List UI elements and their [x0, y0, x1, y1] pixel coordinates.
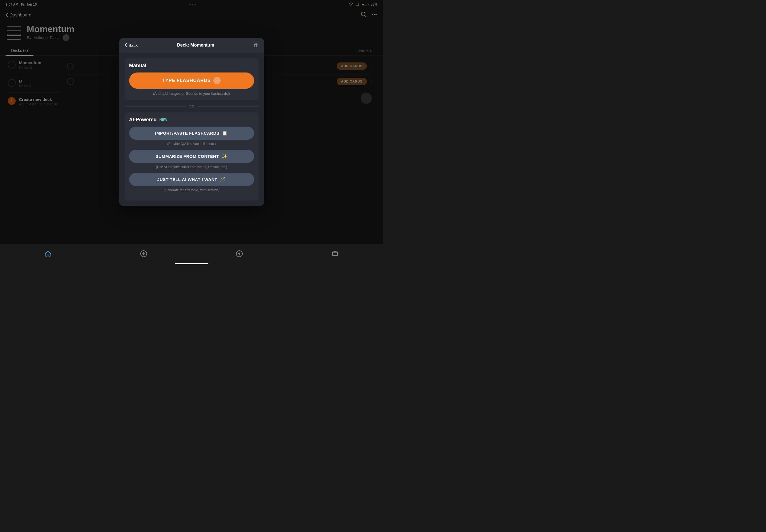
tab-home[interactable] [44, 250, 52, 257]
summarize-icon: ✨ [222, 154, 228, 159]
tab-explore[interactable] [236, 250, 243, 257]
type-flashcards-button[interactable]: TYPE FLASHCARDS + [129, 72, 254, 89]
manual-section: Manual TYPE FLASHCARDS + (And add Images… [125, 58, 258, 100]
home-indicator [175, 263, 208, 264]
tab-add[interactable] [140, 250, 147, 257]
modal-title: Deck: Momentum [177, 43, 214, 48]
summarize-button[interactable]: SUMMARIZE FROM CONTENT ✨ [129, 150, 254, 163]
manual-label: Manual [129, 63, 254, 69]
modal-body: Manual TYPE FLASHCARDS + (And add Images… [119, 53, 264, 206]
modal-overlay: Back Deck: Momentum 🗑 Manual TYPE FLASHC… [0, 0, 383, 244]
just-tell-hint: (Generate for any topic, from scratch) [129, 188, 254, 192]
modal-header: Back Deck: Momentum 🗑 [119, 38, 264, 53]
bottom-tab-bar [0, 244, 383, 266]
just-tell-ai-button[interactable]: JUST TELL AI WHAT I WANT 🪄 [129, 173, 254, 186]
tab-study[interactable] [331, 250, 338, 257]
or-divider: OR [125, 105, 258, 109]
plus-circle-icon: + [213, 77, 221, 84]
modal: Back Deck: Momentum 🗑 Manual TYPE FLASHC… [119, 38, 264, 206]
modal-delete-button[interactable]: 🗑 [253, 42, 258, 48]
modal-back-button[interactable]: Back [125, 43, 138, 48]
manual-hint: (And add Images or Sounds to your flashc… [129, 91, 254, 96]
import-icon: 📋 [222, 130, 228, 136]
import-paste-button[interactable]: IMPORT/PASTE FLASHCARDS 📋 [129, 127, 254, 140]
new-badge: NEW [159, 118, 167, 122]
ai-label: AI-Powered [129, 117, 157, 123]
ai-section-header: AI-Powered NEW [129, 117, 254, 123]
svg-rect-10 [333, 252, 337, 255]
ai-section: AI-Powered NEW IMPORT/PASTE FLASHCARDS 📋… [125, 112, 258, 200]
summarize-hint: (Use AI to make cards from Notes, Lesson… [129, 165, 254, 169]
magic-wand-icon: 🪄 [220, 177, 226, 182]
import-hint: (Provide Q/A list, Vocab list, etc.) [129, 142, 254, 146]
